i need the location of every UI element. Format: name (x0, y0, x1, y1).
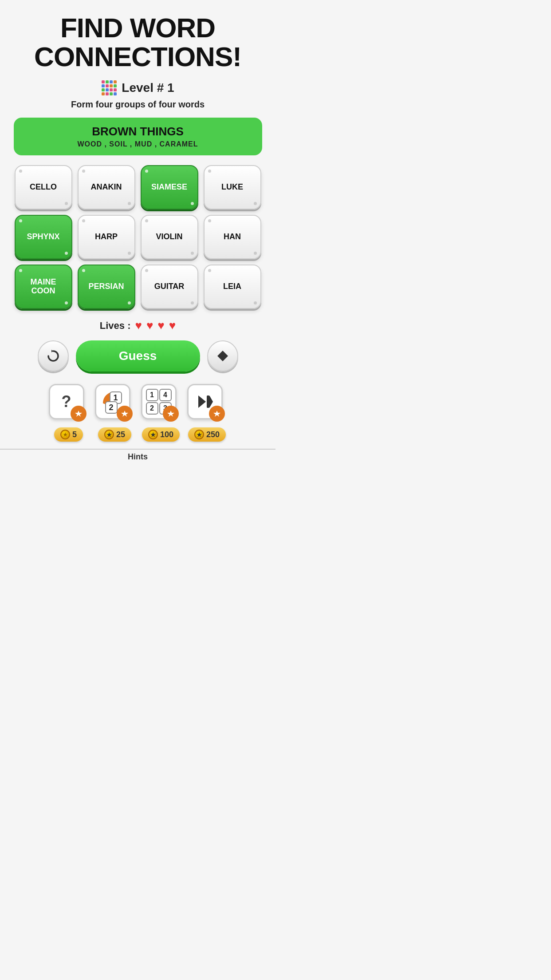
svg-rect-14 (110, 92, 113, 95)
tile-label-han: HAN (224, 233, 241, 241)
tile-dot-tl (19, 269, 22, 272)
tile-dot-tl (208, 170, 211, 173)
word-tile-anakin[interactable]: ANAKIN (78, 165, 135, 209)
orange-badge-icon-3 (167, 410, 174, 417)
svg-rect-6 (110, 84, 113, 87)
tile-label-cello: CELLO (30, 183, 57, 192)
hint-reveal-icon: 1 2 (95, 384, 135, 424)
tile-dot-br (65, 202, 68, 205)
shuffle-icon (47, 349, 60, 363)
hint-question-item[interactable]: ? ★ 5 (49, 384, 89, 442)
tile-dot-br (65, 252, 68, 255)
hint-auto-icon (187, 384, 227, 424)
svg-rect-12 (102, 92, 105, 95)
lives-row: Lives : ♥ ♥ ♥ ♥ (100, 319, 176, 332)
svg-rect-2 (110, 80, 113, 83)
word-tile-siamese[interactable]: SIAMESE (141, 165, 198, 209)
grid-icon (101, 80, 117, 96)
game-subtitle: Form four groups of four words (71, 99, 205, 110)
category-words: WOOD , SOIL , MUD , CARAMEL (23, 140, 253, 148)
guess-button[interactable]: Guess (76, 340, 200, 371)
hint-question-icon: ? (49, 384, 89, 424)
tile-dot-br (191, 202, 194, 205)
hint-auto-item[interactable]: ★ 250 (187, 384, 227, 442)
tile-dot-tl (82, 219, 85, 222)
heart-3: ♥ (157, 319, 164, 332)
svg-rect-0 (102, 80, 105, 83)
coin-icon-2: ★ (104, 430, 114, 439)
word-tile-cello[interactable]: CELLO (15, 165, 72, 209)
svg-rect-23 (207, 395, 209, 408)
tile-dot-tl (145, 219, 148, 222)
svg-marker-17 (217, 351, 228, 361)
word-tile-leia[interactable]: LEIA (204, 265, 261, 309)
level-label: Level # 1 (122, 81, 174, 95)
shuffle-button[interactable] (38, 340, 69, 371)
hint-auto-cost: ★ 250 (188, 427, 226, 442)
orange-badge-icon-2 (121, 410, 128, 417)
word-tile-maine-coon[interactable]: MAINE COON (15, 265, 72, 309)
svg-marker-24 (209, 395, 213, 408)
erase-icon (216, 349, 229, 363)
orange-badge-icon (75, 410, 82, 417)
svg-rect-10 (110, 88, 113, 91)
word-tile-luke[interactable]: LUKE (204, 165, 261, 209)
hint-reveal-cost: ★ 25 (98, 427, 131, 442)
svg-marker-20 (121, 411, 128, 417)
tile-label-luke: LUKE (221, 183, 243, 192)
coin-icon-1: ★ (60, 430, 70, 439)
category-banner: BROWN THINGS WOOD , SOIL , MUD , CARAMEL (14, 118, 262, 155)
tile-dot-tl (145, 269, 148, 272)
word-tile-sphynx[interactable]: SPHYNX (15, 215, 72, 259)
tile-dot-br (254, 252, 257, 255)
tile-dot-tl (82, 269, 85, 272)
svg-rect-7 (114, 84, 117, 87)
tile-dot-br (254, 301, 257, 304)
word-tile-violin[interactable]: VIOLIN (141, 215, 198, 259)
tile-dot-tl (208, 219, 211, 222)
svg-rect-9 (106, 88, 109, 91)
category-title: BROWN THINGS (23, 125, 253, 138)
tile-dot-br (65, 301, 68, 304)
coin-icon-4: ★ (194, 430, 204, 439)
tile-dot-br (191, 301, 194, 304)
word-tile-persian[interactable]: PERSIAN (78, 265, 135, 309)
tile-dot-br (128, 301, 131, 304)
tile-label-harp: HARP (95, 233, 118, 241)
word-tile-harp[interactable]: HARP (78, 215, 135, 259)
svg-rect-13 (106, 92, 109, 95)
hint-solve-item[interactable]: 4 1 3 2 ★ 100 (141, 384, 181, 442)
tile-label-violin: VIOLIN (156, 233, 182, 241)
svg-rect-1 (106, 80, 109, 83)
tile-label-leia: LEIA (223, 282, 241, 291)
tile-dot-br (128, 252, 131, 255)
svg-rect-3 (114, 80, 117, 83)
hints-divider (0, 449, 276, 450)
tile-label-maine-coon: MAINE COON (31, 278, 56, 296)
hints-row: ? ★ 5 1 2 (49, 384, 227, 442)
svg-rect-5 (106, 84, 109, 87)
level-row: Level # 1 (101, 80, 174, 96)
svg-marker-21 (167, 411, 174, 417)
tile-dot-br (254, 202, 257, 205)
heart-1: ♥ (135, 319, 142, 332)
hint-solve-icon: 4 1 3 2 (141, 384, 181, 424)
word-tile-han[interactable]: HAN (204, 215, 261, 259)
tile-dot-tl (19, 219, 22, 222)
coin-icon-3: ★ (148, 430, 158, 439)
hint-reveal-item[interactable]: 1 2 ★ 25 (95, 384, 135, 442)
erase-button[interactable] (207, 340, 238, 371)
tile-dot-tl (19, 170, 22, 173)
word-grid: CELLOANAKINSIAMESELUKESPHYNXHARPVIOLINHA… (15, 165, 261, 309)
tile-dot-br (128, 202, 131, 205)
tile-label-anakin: ANAKIN (91, 183, 122, 192)
tile-dot-tl (82, 170, 85, 173)
hint-question-cost: ★ 5 (54, 427, 83, 442)
svg-marker-22 (198, 395, 206, 408)
controls-row: Guess (38, 340, 238, 371)
heart-2: ♥ (146, 319, 153, 332)
tile-dot-tl (145, 170, 148, 173)
tile-label-sphynx: SPHYNX (27, 233, 59, 241)
word-tile-guitar[interactable]: GUITAR (141, 265, 198, 309)
svg-rect-11 (114, 88, 117, 91)
